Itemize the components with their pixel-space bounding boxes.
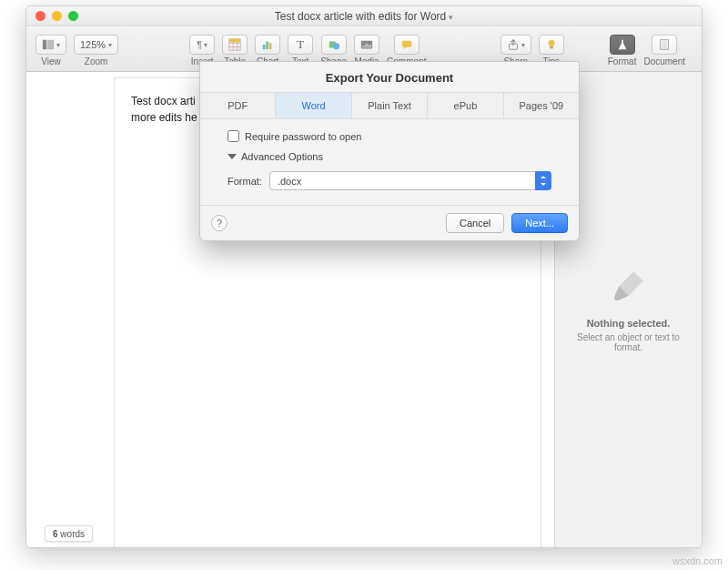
watermark: wsxdn.com (672, 555, 723, 566)
svg-point-18 (548, 40, 554, 46)
chart-button[interactable] (255, 35, 280, 55)
zoom-button[interactable]: 125%▾ (74, 35, 118, 55)
shape-button[interactable] (321, 35, 347, 55)
word-count-bar[interactable]: 6 words (45, 525, 93, 542)
svg-rect-1 (47, 40, 54, 50)
zoom-label: Zoom (85, 56, 108, 66)
close-icon[interactable] (35, 11, 46, 21)
app-window: Test docx article with edits for Word▾ ▾… (25, 5, 703, 548)
export-dialog-footer: ? Cancel Next... (200, 205, 579, 240)
tab-epub[interactable]: ePub (428, 93, 503, 118)
disclosure-triangle-icon (228, 154, 237, 159)
advanced-options-toggle[interactable]: Advanced Options (228, 151, 551, 162)
inspector-empty-title: Nothing selected. (587, 318, 671, 329)
insert-button[interactable]: ¶▾ (189, 35, 215, 55)
word-count-label: words (60, 529, 85, 539)
window-title: Test docx article with edits for Word▾ (26, 10, 702, 23)
format-label: Format (608, 56, 637, 66)
window-controls (26, 11, 78, 21)
tips-button[interactable] (539, 35, 564, 55)
format-row: Format: .docx (228, 171, 551, 190)
advanced-options-label: Advanced Options (241, 151, 323, 162)
svg-rect-15 (401, 41, 411, 47)
svg-rect-19 (550, 46, 553, 49)
brush-icon (610, 267, 648, 305)
minimize-icon[interactable] (52, 11, 62, 21)
document-button[interactable] (652, 35, 677, 55)
title-bar: Test docx article with edits for Word▾ (26, 6, 702, 26)
view-button[interactable]: ▾ (35, 35, 66, 55)
share-button[interactable]: ▾ (500, 35, 531, 55)
svg-rect-10 (269, 43, 272, 49)
svg-point-12 (333, 43, 339, 49)
zoom-value: 125% (80, 39, 106, 50)
view-label: View (41, 56, 61, 66)
document-label: Document (643, 56, 685, 66)
comment-button[interactable] (394, 35, 420, 55)
format-label: Format: (228, 176, 262, 187)
export-dialog-title: Export Your Document (200, 62, 579, 92)
require-password-label: Require password to open (245, 131, 361, 142)
media-button[interactable] (354, 35, 379, 55)
tab-pdf[interactable]: PDF (200, 93, 276, 118)
require-password-checkbox[interactable] (228, 130, 239, 142)
table-button[interactable] (222, 35, 248, 55)
export-dialog-body: Require password to open Advanced Option… (200, 119, 579, 205)
svg-rect-8 (263, 45, 266, 49)
zoom-icon[interactable] (68, 11, 78, 21)
help-button[interactable]: ? (211, 215, 228, 231)
word-count-value: 6 (53, 529, 58, 539)
format-select-value: .docx (278, 176, 301, 187)
window-title-text: Test docx article with edits for Word (275, 10, 447, 23)
svg-rect-20 (622, 40, 623, 44)
inspector-empty-subtitle: Select an object or text to format. (564, 332, 693, 352)
document-text-line[interactable]: Test docx arti (131, 95, 196, 107)
tab-pages09[interactable]: Pages '09 (504, 93, 579, 118)
svg-rect-7 (229, 39, 240, 43)
document-text-line[interactable]: more edits he (131, 111, 197, 124)
svg-rect-0 (43, 40, 46, 50)
format-button[interactable] (610, 35, 635, 55)
next-button[interactable]: Next... (511, 213, 568, 233)
select-stepper-icon[interactable] (535, 171, 551, 190)
cancel-button[interactable]: Cancel (446, 213, 504, 233)
require-password-row[interactable]: Require password to open (228, 130, 551, 142)
format-select[interactable]: .docx (269, 171, 551, 190)
export-format-tabs: PDF Word Plain Text ePub Pages '09 (200, 92, 579, 119)
tab-plain-text[interactable]: Plain Text (352, 93, 428, 118)
export-dialog: Export Your Document PDF Word Plain Text… (199, 61, 580, 241)
text-button[interactable]: T (288, 35, 313, 55)
title-dropdown-icon[interactable]: ▾ (449, 13, 453, 22)
tab-word[interactable]: Word (276, 93, 351, 118)
svg-rect-9 (266, 42, 268, 50)
